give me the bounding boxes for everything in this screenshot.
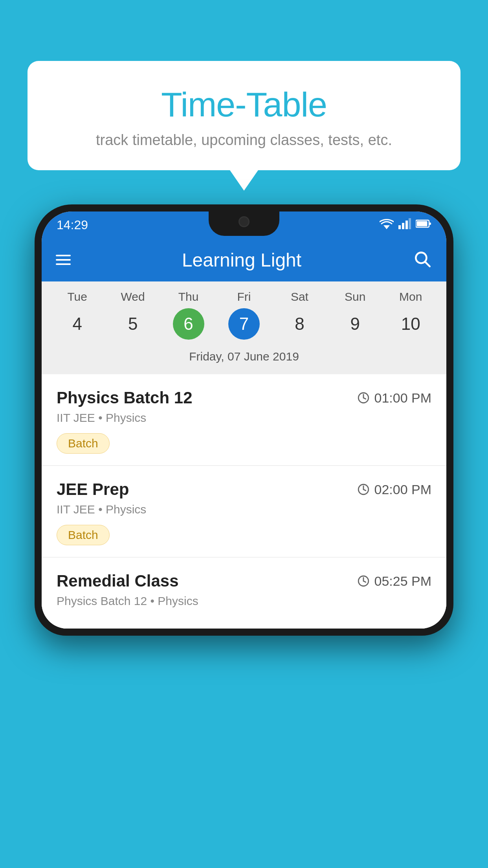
day-number: 6 bbox=[173, 308, 204, 340]
day-label: Tue bbox=[67, 290, 87, 303]
time-text: 01:00 PM bbox=[374, 390, 431, 406]
day-number: 8 bbox=[284, 308, 315, 340]
battery-icon bbox=[416, 219, 431, 231]
menu-button[interactable] bbox=[56, 255, 71, 265]
schedule-item[interactable]: Physics Batch 1201:00 PMIIT JEE • Physic… bbox=[42, 374, 446, 466]
day-col[interactable]: Tue4 bbox=[52, 290, 103, 340]
phone-mockup: 14:29 bbox=[35, 204, 453, 868]
batch-badge: Batch bbox=[57, 525, 110, 545]
phone-screen: 14:29 bbox=[42, 211, 446, 629]
status-icons bbox=[380, 218, 431, 232]
wifi-icon bbox=[380, 218, 394, 232]
bubble-subtitle: track timetable, upcoming classes, tests… bbox=[51, 132, 437, 149]
phone-camera bbox=[238, 216, 250, 227]
time-text: 05:25 PM bbox=[374, 574, 431, 589]
speech-bubble: Time-Table track timetable, upcoming cla… bbox=[28, 61, 460, 170]
days-row: Tue4Wed5Thu6Fri7Sat8Sun9Mon10 bbox=[42, 290, 446, 340]
day-label: Mon bbox=[399, 290, 422, 303]
day-number: 9 bbox=[339, 308, 371, 340]
day-number: 4 bbox=[62, 308, 93, 340]
time-text: 02:00 PM bbox=[374, 482, 431, 497]
day-col[interactable]: Wed5 bbox=[107, 290, 158, 340]
schedule-item-subtitle: IIT JEE • Physics bbox=[57, 503, 431, 516]
status-time: 14:29 bbox=[57, 218, 88, 232]
day-label: Thu bbox=[178, 290, 199, 303]
selected-date-label: Friday, 07 June 2019 bbox=[42, 346, 446, 370]
day-number: 7 bbox=[228, 308, 260, 340]
schedule-item-title: JEE Prep bbox=[57, 480, 129, 499]
day-label: Wed bbox=[121, 290, 145, 303]
schedule-item-time: 01:00 PM bbox=[357, 390, 431, 406]
schedule-item-time: 05:25 PM bbox=[357, 574, 431, 589]
phone-notch bbox=[209, 211, 279, 236]
schedule-item[interactable]: JEE Prep02:00 PMIIT JEE • PhysicsBatch bbox=[42, 466, 446, 557]
day-col[interactable]: Fri7 bbox=[218, 290, 270, 340]
phone-outer: 14:29 bbox=[35, 204, 453, 636]
svg-line-9 bbox=[425, 262, 429, 266]
signal-icon bbox=[398, 218, 411, 232]
day-label: Sat bbox=[291, 290, 308, 303]
svg-rect-2 bbox=[402, 223, 404, 229]
svg-rect-6 bbox=[417, 221, 427, 226]
schedule-item-time: 02:00 PM bbox=[357, 482, 431, 497]
svg-rect-4 bbox=[409, 218, 411, 229]
schedule-item-header: JEE Prep02:00 PM bbox=[57, 480, 431, 499]
app-bar: Learning Light bbox=[42, 238, 446, 281]
day-label: Sun bbox=[345, 290, 365, 303]
menu-line-3 bbox=[56, 263, 71, 265]
svg-rect-3 bbox=[405, 221, 408, 229]
svg-rect-7 bbox=[429, 223, 431, 225]
schedule-item-subtitle: Physics Batch 12 • Physics bbox=[57, 594, 431, 608]
app-bar-title: Learning Light bbox=[182, 249, 301, 271]
schedule-item-header: Physics Batch 1201:00 PM bbox=[57, 388, 431, 407]
svg-rect-1 bbox=[398, 225, 401, 229]
day-col[interactable]: Sat8 bbox=[274, 290, 325, 340]
menu-line-1 bbox=[56, 255, 71, 256]
day-col[interactable]: Sun9 bbox=[330, 290, 381, 340]
schedule-item-header: Remedial Class05:25 PM bbox=[57, 572, 431, 590]
day-label: Fri bbox=[237, 290, 251, 303]
speech-bubble-container: Time-Table track timetable, upcoming cla… bbox=[28, 61, 460, 170]
bubble-title: Time-Table bbox=[51, 85, 437, 125]
batch-badge: Batch bbox=[57, 433, 110, 454]
schedule-item[interactable]: Remedial Class05:25 PMPhysics Batch 12 •… bbox=[42, 557, 446, 629]
calendar-strip: Tue4Wed5Thu6Fri7Sat8Sun9Mon10 Friday, 07… bbox=[42, 281, 446, 374]
schedule-list: Physics Batch 1201:00 PMIIT JEE • Physic… bbox=[42, 374, 446, 629]
day-number: 5 bbox=[117, 308, 149, 340]
search-button[interactable] bbox=[413, 249, 432, 270]
svg-marker-0 bbox=[383, 225, 390, 229]
day-col[interactable]: Thu6 bbox=[163, 290, 214, 340]
menu-line-2 bbox=[56, 259, 71, 261]
schedule-item-subtitle: IIT JEE • Physics bbox=[57, 411, 431, 425]
schedule-item-title: Physics Batch 12 bbox=[57, 388, 193, 407]
schedule-item-title: Remedial Class bbox=[57, 572, 179, 590]
day-col[interactable]: Mon10 bbox=[385, 290, 436, 340]
day-number: 10 bbox=[395, 308, 426, 340]
